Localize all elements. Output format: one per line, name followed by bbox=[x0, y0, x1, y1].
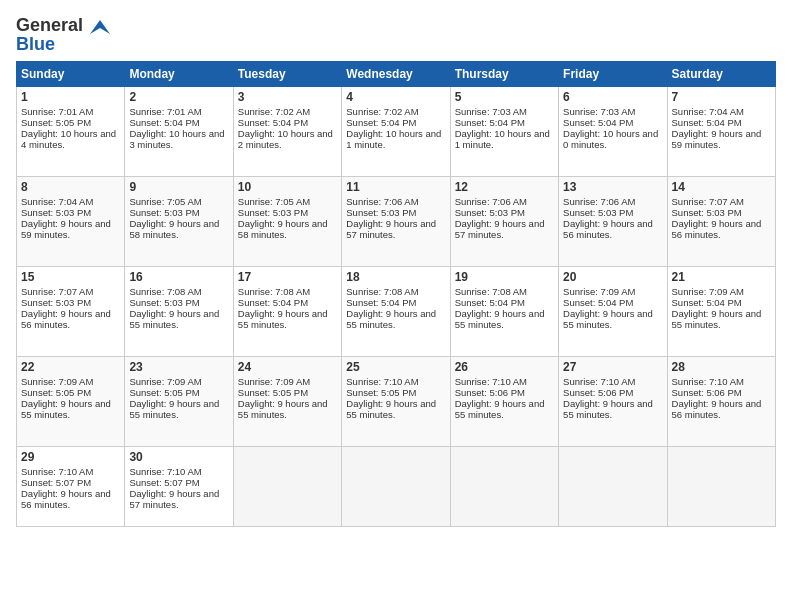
calendar-cell: 15Sunrise: 7:07 AMSunset: 5:03 PMDayligh… bbox=[17, 267, 125, 357]
calendar-cell: 6Sunrise: 7:03 AMSunset: 5:04 PMDaylight… bbox=[559, 87, 667, 177]
calendar-cell: 17Sunrise: 7:08 AMSunset: 5:04 PMDayligh… bbox=[233, 267, 341, 357]
week-row-4: 22Sunrise: 7:09 AMSunset: 5:05 PMDayligh… bbox=[17, 357, 776, 447]
sunset-label: Sunset: 5:03 PM bbox=[346, 207, 416, 218]
daylight-label: Daylight: 9 hours and 56 minutes. bbox=[672, 398, 762, 420]
day-number: 25 bbox=[346, 360, 445, 374]
day-number: 24 bbox=[238, 360, 337, 374]
daylight-label: Daylight: 9 hours and 59 minutes. bbox=[672, 128, 762, 150]
daylight-label: Daylight: 10 hours and 2 minutes. bbox=[238, 128, 333, 150]
calendar-cell: 2Sunrise: 7:01 AMSunset: 5:04 PMDaylight… bbox=[125, 87, 233, 177]
day-number: 9 bbox=[129, 180, 228, 194]
day-number: 12 bbox=[455, 180, 554, 194]
sunset-label: Sunset: 5:05 PM bbox=[21, 387, 91, 398]
sunrise-label: Sunrise: 7:06 AM bbox=[455, 196, 527, 207]
daylight-label: Daylight: 9 hours and 55 minutes. bbox=[563, 398, 653, 420]
day-number: 11 bbox=[346, 180, 445, 194]
sunset-label: Sunset: 5:06 PM bbox=[672, 387, 742, 398]
sunset-label: Sunset: 5:04 PM bbox=[455, 117, 525, 128]
sunrise-label: Sunrise: 7:06 AM bbox=[563, 196, 635, 207]
daylight-label: Daylight: 9 hours and 55 minutes. bbox=[238, 308, 328, 330]
sunset-label: Sunset: 5:04 PM bbox=[346, 117, 416, 128]
daylight-label: Daylight: 9 hours and 57 minutes. bbox=[346, 218, 436, 240]
day-number: 14 bbox=[672, 180, 771, 194]
sunset-label: Sunset: 5:05 PM bbox=[238, 387, 308, 398]
sunrise-label: Sunrise: 7:08 AM bbox=[455, 286, 527, 297]
sunrise-label: Sunrise: 7:05 AM bbox=[238, 196, 310, 207]
day-number: 19 bbox=[455, 270, 554, 284]
sunset-label: Sunset: 5:04 PM bbox=[129, 117, 199, 128]
sunrise-label: Sunrise: 7:08 AM bbox=[238, 286, 310, 297]
sunrise-label: Sunrise: 7:05 AM bbox=[129, 196, 201, 207]
sunrise-label: Sunrise: 7:03 AM bbox=[563, 106, 635, 117]
calendar-cell: 27Sunrise: 7:10 AMSunset: 5:06 PMDayligh… bbox=[559, 357, 667, 447]
sunset-label: Sunset: 5:04 PM bbox=[238, 117, 308, 128]
daylight-label: Daylight: 9 hours and 59 minutes. bbox=[21, 218, 111, 240]
daylight-label: Daylight: 9 hours and 56 minutes. bbox=[672, 218, 762, 240]
daylight-label: Daylight: 10 hours and 4 minutes. bbox=[21, 128, 116, 150]
sunrise-label: Sunrise: 7:06 AM bbox=[346, 196, 418, 207]
day-number: 22 bbox=[21, 360, 120, 374]
header-day-saturday: Saturday bbox=[667, 62, 775, 87]
sunrise-label: Sunrise: 7:10 AM bbox=[346, 376, 418, 387]
day-number: 1 bbox=[21, 90, 120, 104]
header-day-friday: Friday bbox=[559, 62, 667, 87]
sunset-label: Sunset: 5:05 PM bbox=[346, 387, 416, 398]
header-day-sunday: Sunday bbox=[17, 62, 125, 87]
calendar-cell: 5Sunrise: 7:03 AMSunset: 5:04 PMDaylight… bbox=[450, 87, 558, 177]
calendar-cell: 9Sunrise: 7:05 AMSunset: 5:03 PMDaylight… bbox=[125, 177, 233, 267]
daylight-label: Daylight: 9 hours and 55 minutes. bbox=[672, 308, 762, 330]
sunset-label: Sunset: 5:03 PM bbox=[129, 207, 199, 218]
sunrise-label: Sunrise: 7:04 AM bbox=[21, 196, 93, 207]
day-number: 15 bbox=[21, 270, 120, 284]
day-number: 8 bbox=[21, 180, 120, 194]
sunset-label: Sunset: 5:03 PM bbox=[21, 297, 91, 308]
calendar-cell: 12Sunrise: 7:06 AMSunset: 5:03 PMDayligh… bbox=[450, 177, 558, 267]
calendar-cell: 13Sunrise: 7:06 AMSunset: 5:03 PMDayligh… bbox=[559, 177, 667, 267]
daylight-label: Daylight: 9 hours and 56 minutes. bbox=[21, 488, 111, 510]
daylight-label: Daylight: 10 hours and 0 minutes. bbox=[563, 128, 658, 150]
sunrise-label: Sunrise: 7:10 AM bbox=[563, 376, 635, 387]
sunset-label: Sunset: 5:07 PM bbox=[21, 477, 91, 488]
daylight-label: Daylight: 9 hours and 55 minutes. bbox=[21, 398, 111, 420]
sunset-label: Sunset: 5:04 PM bbox=[346, 297, 416, 308]
header-day-monday: Monday bbox=[125, 62, 233, 87]
week-row-5: 29Sunrise: 7:10 AMSunset: 5:07 PMDayligh… bbox=[17, 447, 776, 527]
header-day-tuesday: Tuesday bbox=[233, 62, 341, 87]
day-number: 2 bbox=[129, 90, 228, 104]
sunset-label: Sunset: 5:04 PM bbox=[238, 297, 308, 308]
day-number: 20 bbox=[563, 270, 662, 284]
sunrise-label: Sunrise: 7:07 AM bbox=[21, 286, 93, 297]
sunrise-label: Sunrise: 7:10 AM bbox=[129, 466, 201, 477]
sunset-label: Sunset: 5:03 PM bbox=[455, 207, 525, 218]
daylight-label: Daylight: 9 hours and 57 minutes. bbox=[129, 488, 219, 510]
calendar-cell: 1Sunrise: 7:01 AMSunset: 5:05 PMDaylight… bbox=[17, 87, 125, 177]
calendar-cell bbox=[233, 447, 341, 527]
sunrise-label: Sunrise: 7:01 AM bbox=[21, 106, 93, 117]
sunrise-label: Sunrise: 7:02 AM bbox=[346, 106, 418, 117]
calendar-cell: 23Sunrise: 7:09 AMSunset: 5:05 PMDayligh… bbox=[125, 357, 233, 447]
daylight-label: Daylight: 9 hours and 55 minutes. bbox=[129, 398, 219, 420]
day-number: 28 bbox=[672, 360, 771, 374]
daylight-label: Daylight: 9 hours and 55 minutes. bbox=[129, 308, 219, 330]
sunset-label: Sunset: 5:04 PM bbox=[563, 297, 633, 308]
day-number: 4 bbox=[346, 90, 445, 104]
day-number: 27 bbox=[563, 360, 662, 374]
calendar-cell bbox=[342, 447, 450, 527]
sunset-label: Sunset: 5:03 PM bbox=[129, 297, 199, 308]
calendar-cell bbox=[667, 447, 775, 527]
logo-general: General bbox=[16, 15, 83, 35]
logo-text: General bbox=[16, 16, 110, 35]
sunset-label: Sunset: 5:04 PM bbox=[563, 117, 633, 128]
header-row: SundayMondayTuesdayWednesdayThursdayFrid… bbox=[17, 62, 776, 87]
sunrise-label: Sunrise: 7:01 AM bbox=[129, 106, 201, 117]
day-number: 23 bbox=[129, 360, 228, 374]
sunset-label: Sunset: 5:03 PM bbox=[21, 207, 91, 218]
sunrise-label: Sunrise: 7:09 AM bbox=[21, 376, 93, 387]
sunset-label: Sunset: 5:03 PM bbox=[563, 207, 633, 218]
calendar-cell: 26Sunrise: 7:10 AMSunset: 5:06 PMDayligh… bbox=[450, 357, 558, 447]
week-row-1: 1Sunrise: 7:01 AMSunset: 5:05 PMDaylight… bbox=[17, 87, 776, 177]
sunrise-label: Sunrise: 7:09 AM bbox=[563, 286, 635, 297]
week-row-2: 8Sunrise: 7:04 AMSunset: 5:03 PMDaylight… bbox=[17, 177, 776, 267]
header: General Blue bbox=[16, 16, 776, 53]
daylight-label: Daylight: 10 hours and 1 minute. bbox=[455, 128, 550, 150]
